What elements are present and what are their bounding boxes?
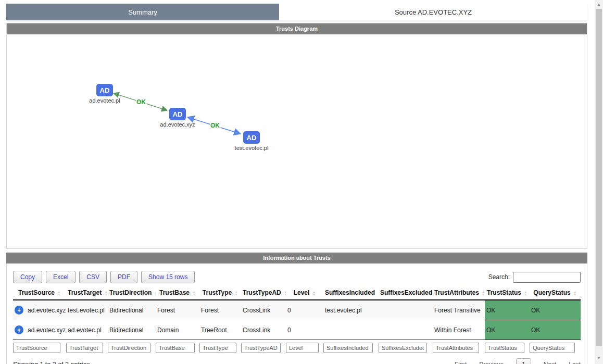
column-header-truststatus[interactable]: TrustStatus▲▼ — [485, 286, 530, 300]
ad-icon: AD — [173, 110, 183, 118]
pdf-button[interactable]: PDF — [110, 271, 137, 283]
pagination-first[interactable]: First — [455, 361, 467, 364]
filter-input-trustattributes[interactable] — [433, 343, 479, 353]
filter-input-trusttype[interactable] — [199, 343, 236, 353]
column-header-level[interactable]: Level▲▼ — [286, 286, 323, 300]
column-header-label: TrustAttributes — [434, 289, 479, 296]
sort-icon: ▲▼ — [57, 291, 61, 296]
column-header-trustattributes[interactable]: TrustAttributes▲▼ — [433, 286, 485, 300]
column-header-trusttype[interactable]: TrustType▲▼ — [199, 286, 241, 300]
node-label: ad.evotec.xyz — [160, 121, 195, 128]
column-header-label: TrustBase — [159, 289, 190, 296]
cell-trusttarget: test.evotec.pl — [66, 300, 108, 320]
node-label: test.evotec.pl — [235, 145, 269, 151]
column-header-suffixesincluded[interactable]: SuffixesIncluded▲▼ — [323, 286, 379, 300]
filter-input-trustsource[interactable] — [13, 343, 60, 353]
cell-suffixesexcluded — [379, 320, 433, 340]
column-header-trusttarget[interactable]: TrustTarget▲▼ — [66, 286, 108, 300]
pagination-last[interactable]: Last — [569, 361, 581, 364]
column-header-trustbase[interactable]: TrustBase▲▼ — [156, 286, 199, 300]
pagination: First Previous 1 Next Last — [442, 358, 581, 364]
node-label: ad.evotec.pl — [89, 97, 120, 104]
cell-trusttypead: CrossLink — [241, 320, 286, 340]
cell-truststatus: OK — [485, 300, 530, 320]
scroll-up-icon[interactable]: ▲ — [595, 1, 603, 8]
cell-trustattributes: Within Forest — [433, 320, 485, 340]
column-header-trustdirection[interactable]: TrustDirection▲▼ — [108, 286, 156, 300]
cell-truststatus: OK — [485, 320, 530, 340]
table-info: Showing 1 to 2 of 2 entries — [13, 361, 90, 364]
cell-trusttypead: CrossLink — [241, 300, 286, 320]
cell-trusttype: Forest — [199, 300, 241, 320]
cell-text: ad.evotec.xyz — [28, 327, 66, 334]
trusts-diagram-canvas[interactable]: OK OK AD ad.evotec.pl AD ad.evotec.xyz A… — [7, 34, 587, 248]
column-header-label: QueryStatus — [533, 289, 570, 296]
filter-input-level[interactable] — [286, 343, 319, 353]
cell-suffixesincluded: test.evotec.pl — [323, 300, 379, 320]
pagination-next[interactable]: Next — [544, 361, 557, 364]
cell-level: 0 — [286, 320, 323, 340]
expand-row-icon[interactable]: + — [15, 306, 23, 315]
filter-input-trusttarget[interactable] — [66, 343, 103, 353]
column-header-label: TrustStatus — [487, 289, 521, 296]
cell-trustbase: Forest — [156, 300, 199, 320]
scrollbar-thumb[interactable] — [596, 9, 602, 346]
tab-source-ad-evotec-xyz[interactable]: Source AD.EVOTEC.XYZ — [279, 4, 587, 20]
table-header-row: TrustSource▲▼ TrustTarget▲▼ TrustDirecti… — [13, 286, 581, 300]
column-header-suffixesexcluded[interactable]: SuffixesExcluded▲▼ — [379, 286, 433, 300]
sort-icon: ▲▼ — [192, 291, 196, 296]
tab-bar: Summary Source AD.EVOTEC.XYZ — [6, 4, 587, 20]
column-header-label: TrustSource — [18, 289, 55, 296]
cell-suffixesincluded — [323, 320, 379, 340]
filter-input-suffixesexcluded[interactable] — [379, 343, 427, 353]
tab-summary[interactable]: Summary — [6, 4, 279, 20]
search-label: Search: — [488, 273, 510, 281]
diagram-node-test-evotec-pl[interactable]: AD test.evotec.pl — [235, 131, 269, 151]
column-header-trusttypead[interactable]: TrustTypeAD▲▼ — [241, 286, 286, 300]
cell-trustattributes: Forest Transitive — [433, 300, 485, 320]
filter-input-trusttypead[interactable] — [241, 343, 281, 353]
cell-trusttarget: ad.evotec.pl — [66, 320, 108, 340]
trusts-table-panel: Copy Excel CSV PDF Show 15 rows Search: … — [6, 263, 587, 364]
column-header-label: SuffixesIncluded — [325, 289, 375, 296]
cell-trustsource: + ad.evotec.xyz — [13, 320, 66, 340]
column-header-trustsource[interactable]: TrustSource▲▼ — [13, 286, 66, 300]
column-header-querystatus[interactable]: QueryStatus▲▼ — [530, 286, 581, 300]
information-about-trusts-title: Information about Trusts — [6, 253, 587, 263]
filter-input-trustbase[interactable] — [156, 343, 195, 353]
search-input[interactable] — [513, 272, 581, 283]
pagination-page-1[interactable]: 1 — [516, 358, 531, 364]
filter-input-trustdirection[interactable] — [108, 343, 150, 353]
cell-querystatus: OK — [530, 320, 581, 340]
column-header-label: Level — [294, 289, 310, 296]
cell-querystatus: OK — [530, 300, 581, 320]
column-header-label: TrustType — [203, 289, 232, 296]
column-header-label: SuffixesExcluded — [380, 289, 432, 296]
sort-icon: ▲▼ — [573, 291, 577, 296]
trusts-diagram-title: Trusts Diagram — [7, 23, 587, 34]
vertical-scrollbar[interactable]: ▲ ▼ — [595, 0, 603, 364]
show-rows-button[interactable]: Show 15 rows — [141, 271, 195, 283]
csv-button[interactable]: CSV — [79, 271, 107, 283]
sort-icon: ▲▼ — [312, 291, 316, 296]
scroll-down-icon[interactable]: ▼ — [595, 355, 603, 362]
trusts-table: TrustSource▲▼ TrustTarget▲▼ TrustDirecti… — [13, 286, 581, 357]
sort-icon: ▲▼ — [154, 291, 156, 296]
filter-input-truststatus[interactable] — [485, 343, 524, 353]
trusts-diagram-panel: Trusts Diagram OK OK AD ad.evotec.pl — [6, 23, 587, 249]
pagination-previous[interactable]: Previous — [479, 361, 504, 364]
cell-trustbase: Domain — [156, 320, 199, 340]
cell-text: ad.evotec.xyz — [28, 307, 66, 314]
filter-input-querystatus[interactable] — [530, 343, 575, 353]
expand-row-icon[interactable]: + — [15, 325, 23, 334]
column-header-label: TrustTypeAD — [243, 289, 281, 296]
copy-button[interactable]: Copy — [13, 271, 42, 283]
column-filter-row — [13, 340, 581, 357]
cell-trustdirection: Bidirectional — [108, 300, 156, 320]
cell-trusttype: TreeRoot — [199, 320, 241, 340]
ad-icon: AD — [247, 134, 257, 142]
cell-trustsource: + ad.evotec.xyz — [13, 300, 66, 320]
filter-input-suffixesincluded[interactable] — [323, 343, 373, 353]
excel-button[interactable]: Excel — [46, 271, 76, 283]
sort-icon: ▲▼ — [284, 291, 286, 296]
